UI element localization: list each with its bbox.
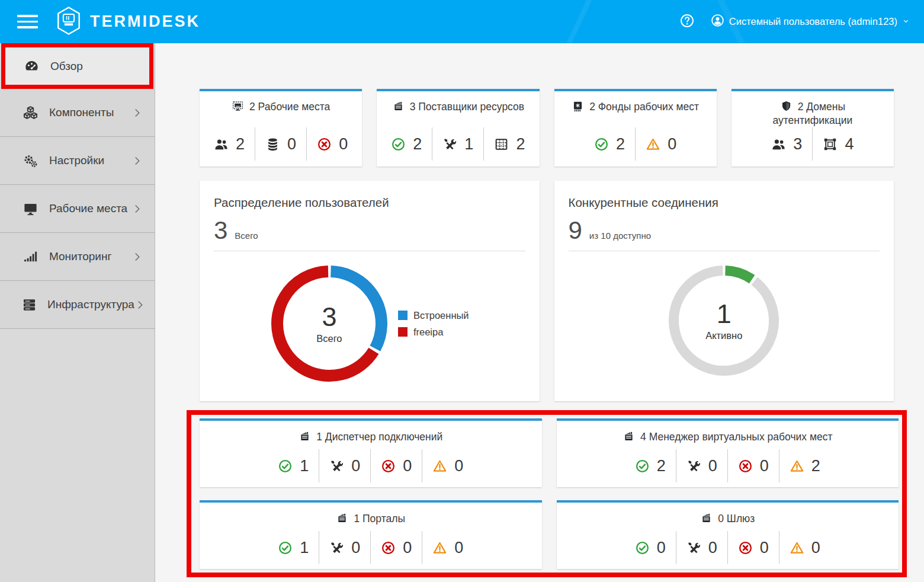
hexagon-logo-icon	[55, 6, 82, 38]
provider-icon	[336, 512, 348, 525]
stat-circle-check: 2	[381, 127, 432, 161]
circle-check-icon	[278, 459, 293, 474]
shield-icon	[780, 100, 793, 113]
stat-value: 2	[616, 135, 625, 154]
sidebar: ОбзорКомпонентыНастройкиРабочие местаМон…	[0, 43, 155, 582]
annotation-highlight-sidebar: Обзор	[1, 43, 153, 89]
legend-swatch	[398, 327, 408, 337]
sidebar-item-4[interactable]: Мониторинг	[0, 233, 155, 281]
card-title: 1 Порталы	[200, 503, 542, 526]
chevron-right-icon	[134, 299, 146, 311]
sidebar-item-3[interactable]: Рабочие места	[0, 185, 155, 233]
component-card-3[interactable]: 0 Шлюз0000	[557, 500, 899, 569]
gears-icon	[21, 153, 39, 169]
card-title: 2 Домены аутентификации	[732, 91, 894, 127]
circle-check-icon	[635, 541, 650, 555]
divider	[569, 251, 880, 251]
stat-value: 3	[793, 135, 802, 154]
legend-item: Встроенный	[398, 310, 469, 321]
chart-legend: Встроенныйfreeipa	[398, 310, 469, 338]
sidebar-item-1[interactable]: Компоненты	[0, 89, 155, 137]
warning-icon	[646, 137, 660, 152]
stat-circle-check: 0	[625, 531, 676, 564]
stat-value: 0	[351, 539, 360, 557]
sidebar-item-0[interactable]: Обзор	[5, 47, 149, 85]
legend-label: Встроенный	[413, 310, 469, 321]
chart-headline-label: Всего	[235, 231, 258, 241]
stat-tools: 1	[432, 127, 484, 161]
stat-tools: 0	[319, 531, 371, 564]
users-icon	[214, 137, 229, 152]
menu-toggle-button[interactable]	[16, 11, 39, 32]
chart-card-1: Конкурентные соединения9из 10 доступно1А…	[554, 181, 894, 401]
component-card-1[interactable]: 4 Менеджер виртуальных рабочих мест2002	[557, 418, 899, 487]
circle-check-icon	[278, 541, 293, 555]
stat-circle-x: 0	[371, 449, 422, 482]
stat-value: 2	[811, 457, 820, 475]
summary-card-0[interactable]: 2 Рабочие места200	[200, 89, 362, 167]
user-menu[interactable]: Системный пользователь (admin123)	[711, 14, 910, 30]
provider-icon	[299, 430, 311, 443]
stat-value: 0	[708, 457, 717, 475]
sidebar-item-label: Настройки	[49, 154, 104, 167]
donut-chart: 1Активно	[668, 264, 780, 377]
divider	[214, 251, 525, 251]
stat-object-group: 4	[813, 127, 864, 161]
card-stats: 20	[554, 127, 717, 161]
card-stats: 34	[732, 127, 894, 161]
stat-value: 0	[760, 539, 769, 557]
summary-card-1[interactable]: 3 Поставщики ресурсов212	[377, 89, 539, 167]
server-icon	[21, 297, 37, 313]
legend-swatch	[398, 311, 408, 320]
summary-card-2[interactable]: 2 Фонды рабочих мест20	[554, 89, 717, 167]
circle-check-icon	[635, 459, 650, 474]
monitor-icon	[21, 201, 39, 217]
circle-x-icon	[738, 459, 753, 474]
chart-cards-row: Распределение пользователей3Всего3ВсегоВ…	[200, 181, 894, 401]
object-group-icon	[823, 137, 838, 152]
stat-value: 1	[300, 457, 309, 475]
chart-bars-icon	[21, 249, 39, 265]
stat-circle-check: 2	[625, 449, 676, 482]
top-bar: TERMIDESK	[0, 0, 924, 43]
legend-label: freeipa	[413, 327, 443, 338]
stat-circle-x: 0	[728, 531, 779, 564]
sidebar-item-2[interactable]: Настройки	[0, 137, 155, 185]
component-card-2[interactable]: 1 Порталы1000	[200, 500, 542, 569]
sidebar-item-5[interactable]: Инфраструктура	[0, 281, 155, 329]
stat-value: 0	[657, 539, 666, 557]
chart-title: Распределение пользователей	[214, 196, 525, 210]
stat-value: 2	[236, 135, 245, 154]
stat-value: 0	[811, 539, 820, 557]
stat-warning: 0	[779, 531, 830, 564]
summary-card-3[interactable]: 2 Домены аутентификации34	[732, 89, 894, 167]
chart-headline-value: 3	[214, 218, 227, 243]
component-card-0[interactable]: 1 Диспетчер подключений1000	[200, 418, 542, 487]
cubes-icon	[21, 105, 39, 121]
chart-card-0: Распределение пользователей3Всего3ВсегоВ…	[200, 181, 540, 401]
users-icon	[771, 137, 786, 152]
card-title: 2 Фонды рабочих мест	[554, 91, 717, 114]
sidebar-item-label: Инфраструктура	[47, 298, 134, 311]
workplace-icon	[232, 100, 244, 113]
tools-icon	[329, 541, 344, 555]
warning-icon	[432, 459, 447, 474]
chart-headline-label: из 10 доступно	[589, 231, 651, 241]
card-title-text: 0 Шлюз	[718, 513, 755, 525]
chevron-down-icon	[902, 16, 910, 27]
warning-icon	[790, 459, 804, 474]
circle-check-icon	[594, 137, 609, 152]
provider-icon	[392, 100, 405, 113]
sidebar-item-label: Обзор	[50, 60, 83, 73]
tools-icon	[329, 459, 344, 474]
circle-x-icon	[381, 541, 396, 555]
avatar-icon	[711, 14, 724, 30]
help-button[interactable]	[679, 13, 695, 30]
termidesk-admin-dashboard: TERMIDESK	[0, 0, 924, 582]
stat-value: 0	[668, 135, 676, 154]
chart-headline: 3Всего	[214, 218, 525, 243]
card-stats: 212	[377, 127, 539, 161]
stat-value: 0	[339, 135, 348, 154]
circle-x-icon	[738, 541, 753, 555]
sidebar-item-label: Мониторинг	[49, 250, 111, 263]
